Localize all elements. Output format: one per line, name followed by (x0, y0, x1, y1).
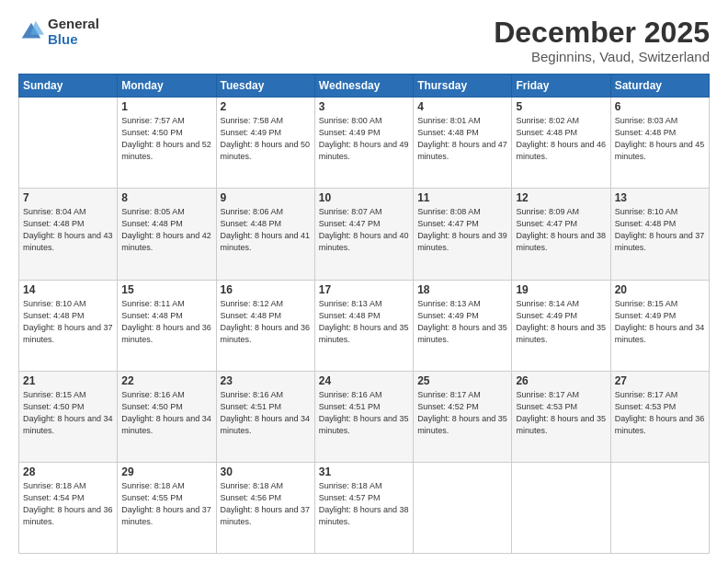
day-info-line: Sunrise: 8:15 AM (615, 299, 678, 308)
day-info-line: Sunrise: 8:00 AM (319, 116, 382, 125)
calendar-day-cell: 20Sunrise: 8:15 AMSunset: 4:49 PMDayligh… (610, 280, 709, 371)
day-info: Sunrise: 8:02 AMSunset: 4:48 PMDaylight:… (516, 115, 606, 163)
day-info-line: Daylight: 8 hours and 35 minutes. (319, 323, 409, 344)
day-info: Sunrise: 8:01 AMSunset: 4:48 PMDaylight:… (417, 115, 507, 163)
day-info: Sunrise: 8:09 AMSunset: 4:47 PMDaylight:… (516, 206, 606, 254)
day-info-line: Daylight: 8 hours and 41 minutes. (221, 231, 311, 252)
day-info-line: Sunset: 4:48 PM (615, 128, 677, 137)
day-info-line: Sunset: 4:50 PM (121, 128, 183, 137)
day-info-line: Sunset: 4:57 PM (319, 493, 381, 502)
day-info: Sunrise: 8:10 AMSunset: 4:48 PMDaylight:… (23, 298, 113, 346)
calendar-day-cell: 3Sunrise: 8:00 AMSunset: 4:49 PMDaylight… (314, 98, 413, 189)
calendar-day-cell: 1Sunrise: 7:57 AMSunset: 4:50 PMDaylight… (118, 98, 216, 189)
day-number: 20 (615, 283, 705, 296)
weekday-header: Saturday (610, 75, 709, 98)
day-info-line: Sunset: 4:48 PM (417, 128, 479, 137)
day-info-line: Sunrise: 8:13 AM (417, 299, 481, 308)
day-info-line: Sunset: 4:53 PM (615, 402, 677, 411)
calendar-day-cell (19, 98, 118, 189)
day-number: 11 (417, 191, 507, 204)
day-info-line: Sunrise: 8:17 AM (516, 390, 579, 399)
logo-icon (18, 19, 44, 45)
day-number: 27 (615, 374, 705, 387)
day-info-line: Sunset: 4:47 PM (516, 219, 577, 228)
day-number: 7 (23, 191, 113, 204)
weekday-header: Friday (512, 75, 610, 98)
day-info: Sunrise: 7:57 AMSunset: 4:50 PMDaylight:… (121, 115, 211, 163)
day-info-line: Daylight: 8 hours and 38 minutes. (319, 505, 409, 526)
day-number: 17 (319, 283, 409, 296)
day-info-line: Daylight: 8 hours and 34 minutes. (615, 323, 705, 344)
day-info-line: Daylight: 8 hours and 38 minutes. (516, 231, 606, 252)
calendar-day-cell: 24Sunrise: 8:16 AMSunset: 4:51 PMDayligh… (314, 371, 413, 462)
day-number: 24 (319, 374, 409, 387)
calendar-week-row: 21Sunrise: 8:15 AMSunset: 4:50 PMDayligh… (19, 371, 710, 462)
day-info: Sunrise: 8:16 AMSunset: 4:51 PMDaylight:… (319, 389, 409, 437)
day-info-line: Sunset: 4:48 PM (516, 128, 577, 137)
day-info: Sunrise: 8:17 AMSunset: 4:53 PMDaylight:… (615, 389, 705, 437)
day-info: Sunrise: 8:13 AMSunset: 4:48 PMDaylight:… (319, 298, 409, 346)
day-number: 19 (516, 283, 606, 296)
day-info: Sunrise: 8:05 AMSunset: 4:48 PMDaylight:… (121, 206, 211, 254)
day-info: Sunrise: 8:10 AMSunset: 4:48 PMDaylight:… (615, 206, 705, 254)
calendar-day-cell: 9Sunrise: 8:06 AMSunset: 4:48 PMDaylight… (216, 189, 314, 280)
day-info-line: Sunrise: 8:15 AM (23, 390, 86, 399)
day-number: 15 (121, 283, 211, 296)
day-info-line: Sunrise: 8:04 AM (23, 207, 86, 216)
day-info-line: Sunset: 4:48 PM (23, 311, 85, 320)
calendar-day-cell: 5Sunrise: 8:02 AMSunset: 4:48 PMDaylight… (512, 98, 610, 189)
day-number: 22 (121, 374, 211, 387)
logo-text: General Blue (48, 17, 99, 47)
day-info-line: Sunset: 4:49 PM (516, 311, 577, 320)
calendar-week-row: 7Sunrise: 8:04 AMSunset: 4:48 PMDaylight… (19, 189, 710, 280)
calendar-day-cell: 7Sunrise: 8:04 AMSunset: 4:48 PMDaylight… (19, 189, 118, 280)
day-info: Sunrise: 8:00 AMSunset: 4:49 PMDaylight:… (319, 115, 409, 163)
calendar-day-cell: 28Sunrise: 8:18 AMSunset: 4:54 PMDayligh… (19, 462, 118, 553)
day-info-line: Daylight: 8 hours and 36 minutes. (221, 323, 311, 344)
calendar-day-cell: 21Sunrise: 8:15 AMSunset: 4:50 PMDayligh… (19, 371, 118, 462)
day-info-line: Daylight: 8 hours and 49 minutes. (319, 140, 409, 161)
day-info: Sunrise: 8:13 AMSunset: 4:49 PMDaylight:… (417, 298, 507, 346)
day-info-line: Sunrise: 7:58 AM (221, 116, 284, 125)
day-info-line: Sunrise: 8:17 AM (615, 390, 678, 399)
day-info-line: Sunrise: 8:16 AM (121, 390, 185, 399)
day-info-line: Daylight: 8 hours and 36 minutes. (615, 414, 705, 435)
day-info-line: Sunrise: 8:12 AM (221, 299, 284, 308)
day-info: Sunrise: 8:15 AMSunset: 4:49 PMDaylight:… (615, 298, 705, 346)
calendar-day-cell: 11Sunrise: 8:08 AMSunset: 4:47 PMDayligh… (414, 189, 512, 280)
calendar-day-cell: 19Sunrise: 8:14 AMSunset: 4:49 PMDayligh… (512, 280, 610, 371)
logo-general-text: General (48, 17, 99, 32)
weekday-header: Wednesday (314, 75, 413, 98)
calendar-day-cell: 4Sunrise: 8:01 AMSunset: 4:48 PMDaylight… (414, 98, 512, 189)
day-info-line: Sunrise: 8:16 AM (319, 390, 382, 399)
main-title: December 2025 (494, 17, 710, 49)
day-info-line: Sunrise: 8:18 AM (221, 481, 284, 490)
day-info-line: Sunrise: 8:13 AM (319, 299, 382, 308)
day-info-line: Sunrise: 8:14 AM (516, 299, 579, 308)
day-number: 10 (319, 191, 409, 204)
day-info-line: Sunrise: 8:03 AM (615, 116, 678, 125)
subtitle: Beginnins, Vaud, Switzerland (494, 49, 710, 64)
weekday-header: Tuesday (216, 75, 314, 98)
day-info-line: Sunrise: 8:16 AM (221, 390, 284, 399)
day-info-line: Daylight: 8 hours and 37 minutes. (23, 323, 113, 344)
day-info-line: Daylight: 8 hours and 37 minutes. (615, 231, 705, 252)
day-info-line: Sunset: 4:56 PM (221, 493, 282, 502)
day-info-line: Sunrise: 8:01 AM (417, 116, 481, 125)
day-number: 29 (121, 465, 211, 478)
day-info-line: Daylight: 8 hours and 50 minutes. (221, 140, 311, 161)
calendar-day-cell: 31Sunrise: 8:18 AMSunset: 4:57 PMDayligh… (314, 462, 413, 553)
day-number: 6 (615, 100, 705, 113)
day-info-line: Sunset: 4:48 PM (221, 311, 282, 320)
day-info-line: Sunset: 4:47 PM (319, 219, 381, 228)
day-info-line: Daylight: 8 hours and 40 minutes. (319, 231, 409, 252)
day-number: 5 (516, 100, 606, 113)
day-info-line: Sunrise: 8:08 AM (417, 207, 481, 216)
day-info: Sunrise: 8:03 AMSunset: 4:48 PMDaylight:… (615, 115, 705, 163)
day-info-line: Sunrise: 8:18 AM (121, 481, 185, 490)
calendar-day-cell: 25Sunrise: 8:17 AMSunset: 4:52 PMDayligh… (414, 371, 512, 462)
day-number: 16 (221, 283, 311, 296)
calendar-day-cell: 10Sunrise: 8:07 AMSunset: 4:47 PMDayligh… (314, 189, 413, 280)
calendar-day-cell: 30Sunrise: 8:18 AMSunset: 4:56 PMDayligh… (216, 462, 314, 553)
calendar-day-cell: 16Sunrise: 8:12 AMSunset: 4:48 PMDayligh… (216, 280, 314, 371)
